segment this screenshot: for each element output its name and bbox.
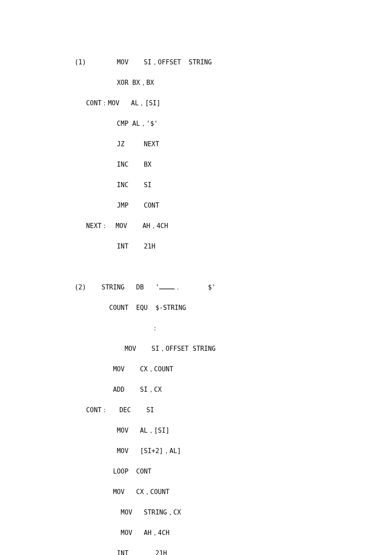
code-line: INC SI: [75, 180, 326, 190]
code-line: LOOP CONT: [75, 466, 326, 477]
code-line: CONT：MOV AL，[SI]: [75, 98, 326, 108]
code-line: CMP AL，'$': [75, 119, 326, 129]
code-line: MOV SI，OFFSET STRING: [75, 344, 326, 354]
code-line: MOV STRING，CX: [75, 507, 326, 517]
code-line: COUNT EQU $-STRING: [75, 303, 326, 313]
code-line: MOV [SI+2]，AL]: [75, 446, 326, 456]
page-container: (1) MOV SI，OFFSET STRING XOR BX，BX CONT：…: [0, 0, 392, 555]
blank-line: [75, 262, 326, 272]
code-line: MOV AH，4CH: [75, 528, 326, 538]
code-line: XOR BX，BX: [75, 78, 326, 88]
code-line: (2) STRING DB '…………． $': [75, 282, 326, 292]
code-line: JMP CONT: [75, 200, 326, 211]
code-line: (1) MOV SI，OFFSET STRING: [75, 57, 326, 67]
code-line: CONT： DEC SI: [75, 405, 326, 415]
code-line: INT 21H: [75, 241, 326, 251]
code-line: NEXT： MOV AH，4CH: [75, 221, 326, 231]
code-line: ：: [75, 323, 326, 333]
code-line: MOV CX，COUNT: [75, 364, 326, 374]
code-line: MOV CX，COUNT: [75, 487, 326, 497]
code-line: INT 21H: [75, 548, 326, 555]
document-content: (1) MOV SI，OFFSET STRING XOR BX，BX CONT：…: [75, 47, 326, 555]
code-line: ADD SI，CX: [75, 384, 326, 395]
code-line: JZ NEXT: [75, 139, 326, 149]
code-line: INC BX: [75, 159, 326, 170]
code-line: MOV AL，[SI]: [75, 425, 326, 436]
